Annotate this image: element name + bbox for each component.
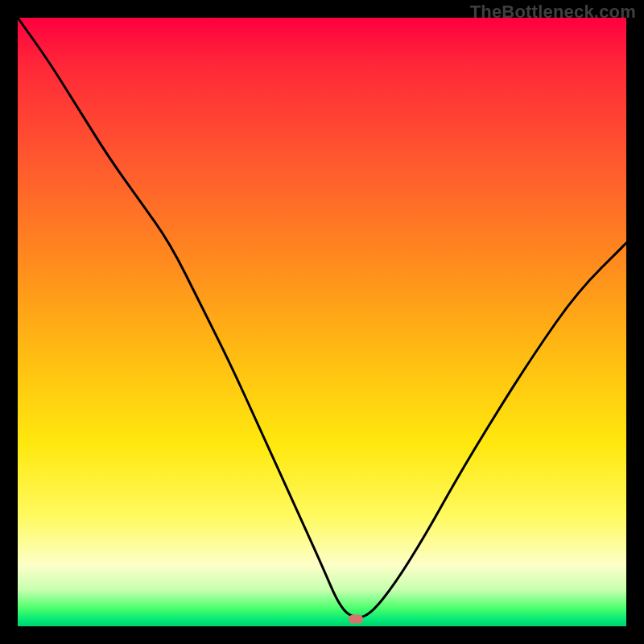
chart-frame: TheBottleneck.com — [0, 0, 644, 644]
watermark-text: TheBottleneck.com — [470, 2, 636, 23]
curve-path — [18, 18, 626, 617]
optimal-point-marker — [349, 614, 363, 623]
bottleneck-curve — [18, 18, 626, 626]
plot-area — [18, 18, 626, 626]
